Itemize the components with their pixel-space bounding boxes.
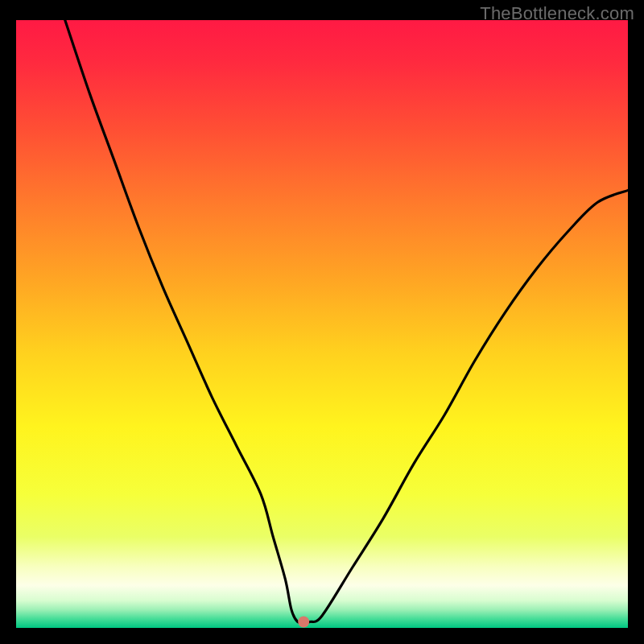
gradient-background: [16, 20, 628, 628]
bottleneck-chart: [16, 20, 628, 628]
optimal-point-marker: [298, 616, 309, 627]
plot-area: [16, 20, 628, 628]
chart-frame: TheBottleneck.com: [0, 0, 644, 644]
watermark-text: TheBottleneck.com: [480, 3, 634, 24]
